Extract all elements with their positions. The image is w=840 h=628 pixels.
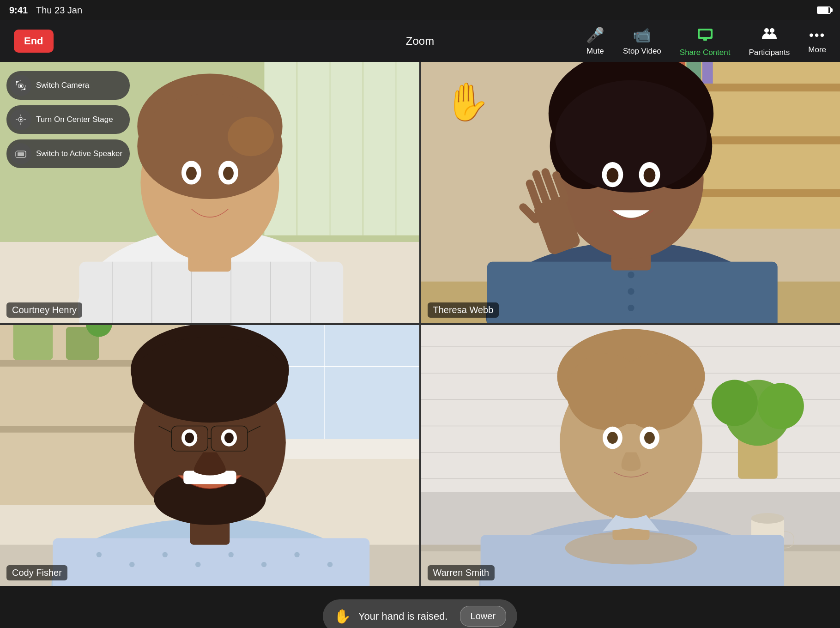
video-cell-cody: Cody Fisher (0, 325, 419, 586)
switch-camera-icon (10, 75, 31, 96)
mute-label: Mute (586, 47, 604, 56)
switch-camera-button[interactable]: Switch Camera (6, 71, 130, 100)
toolbar-left: End (14, 30, 54, 53)
video-cell-theresa: ✋ Theresa Webb (421, 62, 840, 323)
camera-controls: Switch Camera Turn On Center Stage (6, 71, 130, 168)
svg-point-93 (129, 562, 134, 567)
svg-point-133 (757, 383, 804, 429)
cody-video (0, 325, 419, 586)
more-label: More (808, 45, 826, 54)
participants-button[interactable]: Participants (749, 25, 790, 57)
video-cell-warren: Warren Smith (421, 325, 840, 586)
svg-point-112 (185, 432, 194, 443)
svg-point-28 (186, 167, 197, 180)
svg-point-99 (327, 562, 332, 567)
end-button[interactable]: End (14, 30, 54, 53)
warren-label: Warren Smith (428, 565, 495, 580)
active-speaker-button[interactable]: Switch to Active Speaker (6, 139, 130, 168)
theresa-label: Theresa Webb (428, 302, 499, 318)
svg-point-92 (97, 552, 102, 557)
hand-raised-emoji: ✋ (334, 608, 351, 624)
hand-raised-message: Your hand is raised. (358, 610, 448, 622)
more-icon: ••• (809, 28, 825, 42)
svg-point-3 (764, 28, 769, 33)
switch-camera-label: Switch Camera (36, 81, 89, 90)
video-grid: Switch Camera Turn On Center Stage (0, 62, 840, 586)
mute-icon: 🎤 (586, 26, 604, 44)
status-bar: 9:41 Thu 23 Jan (0, 0, 840, 20)
stop-video-icon: 📹 (633, 26, 651, 44)
svg-point-34 (20, 85, 22, 87)
svg-rect-52 (702, 62, 713, 84)
hand-raise-emoji: ✋ (444, 80, 490, 124)
battery-area (817, 6, 831, 14)
svg-marker-31 (16, 81, 18, 83)
battery-icon (817, 6, 831, 14)
svg-point-148 (607, 432, 618, 444)
svg-point-97 (261, 562, 266, 567)
svg-point-96 (228, 552, 233, 557)
stop-video-button[interactable]: 📹 Stop Video (623, 26, 661, 56)
svg-marker-32 (23, 88, 25, 90)
svg-point-29 (223, 167, 234, 180)
share-content-button[interactable]: Share Content (680, 25, 731, 57)
status-date: Thu 23 Jan (36, 5, 82, 16)
warren-video (421, 325, 840, 586)
svg-point-95 (195, 562, 200, 567)
svg-point-67 (555, 80, 707, 193)
stop-video-label: Stop Video (623, 47, 661, 56)
svg-point-113 (224, 432, 234, 443)
bottom-bar: ✋ Your hand is raised. Lower (0, 586, 840, 628)
svg-point-71 (643, 168, 655, 182)
participants-icon (761, 25, 778, 45)
active-speaker-label: Switch to Active Speaker (36, 149, 122, 158)
participants-label: Participants (749, 48, 790, 57)
svg-point-103 (132, 337, 288, 423)
svg-point-94 (163, 552, 168, 557)
hand-raised-notification: ✋ Your hand is raised. Lower (323, 599, 517, 628)
svg-point-70 (606, 168, 618, 182)
more-button[interactable]: ••• More (808, 28, 826, 54)
svg-point-36 (20, 119, 22, 121)
svg-point-145 (616, 353, 695, 430)
courtney-label: Courtney Henry (6, 302, 82, 318)
svg-point-149 (644, 432, 655, 444)
toolbar: End Zoom 🎤 Mute 📹 Stop Video Share Conte… (0, 20, 840, 62)
svg-point-137 (751, 513, 784, 524)
svg-point-30 (228, 116, 274, 156)
center-stage-button[interactable]: Turn On Center Stage (6, 105, 130, 134)
center-stage-label: Turn On Center Stage (36, 115, 113, 124)
mute-button[interactable]: 🎤 Mute (586, 26, 604, 56)
svg-point-60 (628, 288, 634, 295)
svg-rect-91 (53, 538, 369, 586)
svg-rect-42 (18, 152, 24, 156)
svg-point-59 (628, 272, 634, 278)
svg-rect-86 (13, 325, 53, 360)
svg-point-61 (628, 305, 634, 311)
share-content-label: Share Content (680, 48, 731, 57)
active-speaker-icon (10, 143, 31, 164)
svg-point-132 (711, 380, 757, 426)
cody-label: Cody Fisher (6, 565, 67, 580)
share-content-icon (697, 25, 713, 45)
svg-point-4 (770, 28, 774, 33)
center-stage-icon (10, 109, 31, 130)
lower-button[interactable]: Lower (460, 606, 506, 627)
status-time: 9:41 (9, 5, 28, 16)
app-title: Zoom (406, 35, 434, 48)
video-cell-courtney: Switch Camera Turn On Center Stage (0, 62, 419, 323)
svg-point-98 (294, 552, 299, 557)
svg-rect-2 (703, 39, 707, 41)
svg-rect-1 (700, 30, 711, 37)
toolbar-right: 🎤 Mute 📹 Stop Video Share Content (586, 25, 826, 57)
